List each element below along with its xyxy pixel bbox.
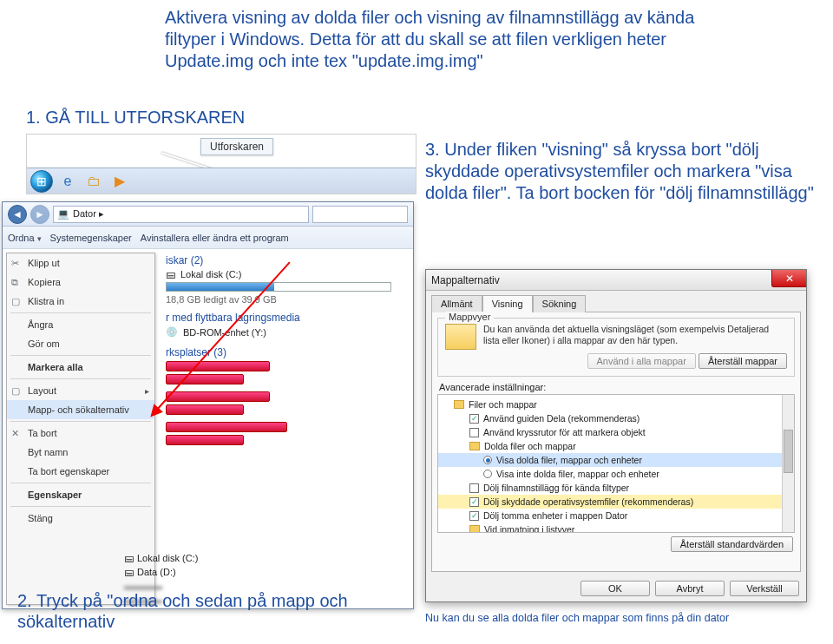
- start-orb[interactable]: ⊞: [30, 170, 53, 193]
- ctx-gorom[interactable]: Gör om: [7, 334, 154, 353]
- ctx-tabort[interactable]: ✕Ta bort: [7, 424, 154, 443]
- step3-text: 3. Under fliken "visning" så kryssa bort…: [425, 139, 824, 204]
- advanced-label: Avancerade inställningar:: [439, 382, 795, 392]
- wmp-icon[interactable]: ▶: [108, 172, 131, 191]
- dialog-tabs: Allmänt Visning Sökning: [426, 291, 806, 312]
- ctx-egenskaper[interactable]: Egenskaper: [7, 485, 154, 504]
- ctx-klipput[interactable]: ✂Klipp ut: [7, 253, 154, 273]
- taskbar: ⊞ e 🗀 ▶: [27, 168, 416, 194]
- tree-skyddade[interactable]: ✓Dölj skyddade operativsystemfiler (reko…: [438, 495, 794, 509]
- tab-allmant[interactable]: Allmänt: [431, 295, 482, 312]
- step1-heading: 1. GÅ TILL UTFORSKAREN: [26, 108, 245, 128]
- search-input[interactable]: [312, 206, 408, 223]
- reset-defaults-button[interactable]: Återställ standardvärden: [671, 536, 793, 552]
- advanced-tree[interactable]: Filer och mappar ✓Använd guiden Dela (re…: [437, 394, 795, 533]
- close-icon[interactable]: ✕: [771, 270, 806, 287]
- intro-text: Aktivera visning av dolda filer och visn…: [165, 7, 720, 72]
- redacted-1: [166, 361, 270, 371]
- explorer-toolbar: Ordna Systemegenskaper Avinstallera elle…: [3, 227, 413, 249]
- redacted-6: [166, 435, 244, 445]
- explorer-window: ◄ ► 💻 Dator ▸ Ordna Systemegenskaper Avi…: [2, 201, 414, 609]
- group-label: Mappvyer: [445, 312, 494, 322]
- disk-c-row[interactable]: 🖴 Lokal disk (C:): [166, 269, 406, 279]
- reset-folders-button[interactable]: Återställ mappar: [699, 353, 787, 369]
- ctx-stang[interactable]: Stäng: [7, 509, 154, 528]
- tree-root: Filer och mappar: [438, 398, 794, 411]
- breadcrumb[interactable]: 💻 Dator ▸: [53, 206, 309, 223]
- disk-c-usage: [166, 282, 391, 292]
- ok-button[interactable]: OK: [580, 581, 650, 596]
- mappalternativ-dialog: Mappalternativ ✕ Allmänt Visning Sökning…: [425, 269, 807, 602]
- explorer-icon[interactable]: 🗀: [82, 172, 105, 191]
- redacted-2: [166, 374, 244, 384]
- tab-visning[interactable]: Visning: [482, 295, 533, 312]
- tree-tomma[interactable]: ✓Dölj tomma enheter i mappen Dator: [438, 509, 794, 522]
- disk-c-free: 18,8 GB ledigt av 39,9 GB: [166, 294, 406, 305]
- folder-icon: [445, 324, 476, 350]
- cancel-button[interactable]: Avbryt: [655, 581, 725, 596]
- ctx-klistra[interactable]: ▢Klistra in: [7, 292, 154, 311]
- disc-icon: 💿: [166, 326, 178, 338]
- redacted-3: [166, 391, 270, 402]
- nav-back-button[interactable]: ◄: [8, 205, 27, 224]
- apply-button[interactable]: Verkställ: [730, 581, 799, 596]
- sidebar-datad[interactable]: 🖴Data (D:): [124, 567, 198, 577]
- bd-row[interactable]: 💿 BD-ROM-enhet (Y:): [166, 326, 406, 338]
- ctx-taegen[interactable]: Ta bort egenskaper: [7, 462, 154, 481]
- ctx-kopiera[interactable]: ⧉Kopiera: [7, 273, 154, 292]
- ctx-layout[interactable]: ▢Layout: [7, 381, 154, 400]
- mappvyer-group: Mappvyer Du kan använda det aktuella vis…: [437, 318, 795, 377]
- net-header: rksplatser (3): [166, 346, 406, 358]
- ordna-button[interactable]: Ordna: [8, 233, 42, 243]
- explorer-taskbar-strip: Utforskaren ⊞ e 🗀 ▶: [26, 134, 416, 194]
- ctx-angra[interactable]: Ångra: [7, 315, 154, 334]
- tab-sokning[interactable]: Sökning: [533, 295, 587, 312]
- tree-dela[interactable]: ✓Använd guiden Dela (rekommenderas): [438, 411, 794, 425]
- tooltip-utforskaren: Utforskaren: [200, 138, 273, 155]
- group-desc: Du kan använda det aktuella visningsläge…: [483, 324, 787, 350]
- ie-icon[interactable]: e: [56, 172, 79, 191]
- dialog-pane: Mappvyer Du kan använda det aktuella vis…: [431, 312, 801, 572]
- redacted-4: [166, 404, 244, 415]
- tree-inmatning: Vid inmatning i listvyer: [438, 522, 794, 533]
- computer-icon: 💻: [57, 208, 69, 220]
- ctx-bytnamn[interactable]: Byt namn: [7, 443, 154, 462]
- tree-filnamnstillagg[interactable]: Dölj filnamnstillägg för kända filtyper: [438, 481, 794, 495]
- step2-text: 2. Tryck på "ordna och sedan på mapp och…: [17, 590, 399, 632]
- tree-dolda: Dolda filer och mappar: [438, 439, 794, 453]
- tree-kryssrutor[interactable]: Använd kryssrutor för att markera objekt: [438, 425, 794, 439]
- disk-icon: 🖴: [166, 269, 175, 279]
- tree-scrollbar[interactable]: [782, 395, 794, 532]
- sidebar-localc[interactable]: 🖴Lokal disk (C:): [124, 553, 198, 563]
- sysprops-button[interactable]: Systemegenskaper: [50, 233, 132, 243]
- nav-fwd-button[interactable]: ►: [30, 205, 49, 224]
- dialog-title: Mappalternativ: [426, 270, 806, 291]
- explorer-addressbar: ◄ ► 💻 Dator ▸: [3, 202, 413, 227]
- tree-visa-inte-dolda[interactable]: Visa inte dolda filer, mappar och enhete…: [438, 467, 794, 481]
- apply-all-folders-button[interactable]: Använd i alla mappar: [587, 353, 696, 369]
- ctx-mapp-sokalternativ[interactable]: Mapp- och sökalternativ: [7, 400, 154, 419]
- disk-c-label: Lokal disk (C:): [180, 269, 241, 279]
- tree-visa-dolda[interactable]: Visa dolda filer, mappar och enheter: [438, 453, 794, 467]
- redacted-5: [166, 422, 287, 432]
- explorer-content: iskar (2) 🖴 Lokal disk (C:) 18,8 GB ledi…: [159, 249, 413, 608]
- breadcrumb-text: Dator ▸: [73, 208, 104, 220]
- removable-header: r med flyttbara lagringsmedia: [166, 312, 406, 324]
- footnote-text: Nu kan du se alla dolda filer och mappar…: [425, 612, 807, 625]
- uninstall-button[interactable]: Avinstallera eller ändra ett program: [141, 233, 289, 243]
- ctx-markera-alla[interactable]: Markera alla: [7, 358, 154, 377]
